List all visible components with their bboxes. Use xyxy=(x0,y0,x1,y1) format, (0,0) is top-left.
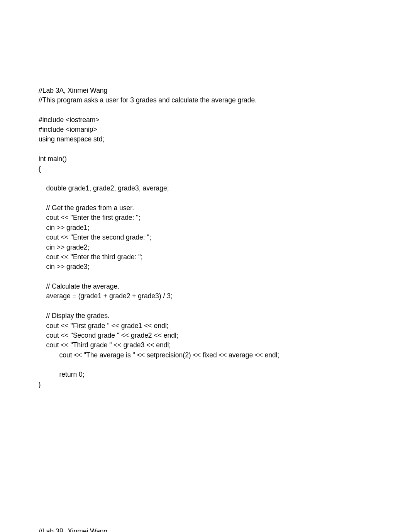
code-line xyxy=(39,458,410,468)
code-line: } xyxy=(39,380,410,389)
code-line xyxy=(39,174,410,184)
code-line: return 0; xyxy=(39,370,410,379)
code-line: cin >> grade1; xyxy=(39,223,410,233)
code-line xyxy=(39,497,410,507)
code-line xyxy=(39,144,410,154)
code-line xyxy=(39,194,410,203)
code-line xyxy=(39,409,410,419)
code-line xyxy=(39,517,410,527)
code-line: using namespace std; xyxy=(39,134,410,144)
code-document: //Lab 3A, Xinmei Wang//This program asks… xyxy=(39,86,410,532)
code-line: //Lab 3A, Xinmei Wang xyxy=(39,86,410,95)
code-line: //Lab 3B, Xinmei Wang xyxy=(39,527,410,532)
code-line xyxy=(39,448,410,458)
code-line xyxy=(39,389,410,399)
code-line xyxy=(39,399,410,409)
code-line xyxy=(39,439,410,448)
code-line: // Calculate the average. xyxy=(39,282,410,291)
code-line: cout << "Enter the first grade: "; xyxy=(39,213,410,223)
code-line xyxy=(39,272,410,282)
code-line: { xyxy=(39,164,410,174)
code-line xyxy=(39,429,410,439)
code-line xyxy=(39,360,410,370)
code-line: double grade1, grade2, grade3, average; xyxy=(39,184,410,193)
code-line: cout << "Enter the third grade: "; xyxy=(39,252,410,262)
code-line xyxy=(39,105,410,115)
code-line: cout << "Enter the second grade: "; xyxy=(39,233,410,242)
code-line: cout << "The average is " << setprecisio… xyxy=(39,350,410,360)
code-line xyxy=(39,419,410,428)
code-line: cout << "First grade " << grade1 << endl… xyxy=(39,321,410,331)
code-line: // Display the grades. xyxy=(39,311,410,321)
code-line: cin >> grade2; xyxy=(39,243,410,252)
code-line: cout << "Second grade " << grade2 << end… xyxy=(39,331,410,340)
code-line xyxy=(39,301,410,311)
code-line xyxy=(39,468,410,478)
code-line: cout << "Third grade " << grade3 << endl… xyxy=(39,340,410,350)
code-line: #include <iomanip> xyxy=(39,125,410,134)
code-line: average = (grade1 + grade2 + grade3) / 3… xyxy=(39,291,410,301)
code-line xyxy=(39,507,410,517)
code-line: int main() xyxy=(39,154,410,164)
code-line: // Get the grades from a user. xyxy=(39,203,410,213)
code-line: #include <iostream> xyxy=(39,115,410,125)
code-line: //This program asks a user for 3 grades … xyxy=(39,95,410,105)
code-line: cin >> grade3; xyxy=(39,262,410,272)
code-line xyxy=(39,488,410,497)
code-line xyxy=(39,478,410,488)
